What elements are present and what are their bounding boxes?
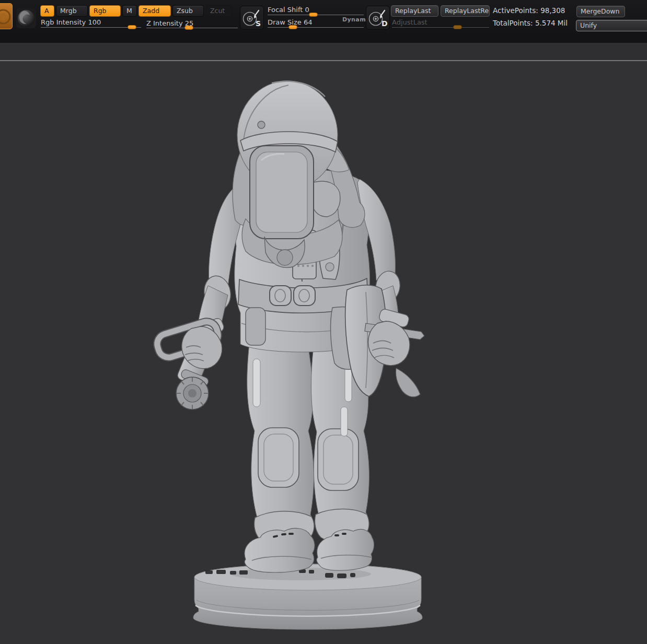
display-base xyxy=(193,564,422,629)
brush-preview-glyph xyxy=(0,4,13,30)
rgb-intensity-label: Rgb Intensity 100 xyxy=(41,18,101,26)
boots xyxy=(245,528,374,572)
left-boot xyxy=(245,528,315,572)
mode-m-button[interactable]: M xyxy=(122,5,137,17)
stroke-picker-button[interactable]: S xyxy=(240,6,264,30)
current-brush-icon[interactable] xyxy=(0,3,13,29)
merge-down-button[interactable]: MergeDown xyxy=(576,6,625,17)
focal-shift-label: Focal Shift 0 xyxy=(268,6,309,14)
zbrush-window: A Mrgb Rgb M Zadd Zsub Zcut Rgb Intensit… xyxy=(0,0,647,644)
top-shelf: A Mrgb Rgb M Zadd Zsub Zcut Rgb Intensit… xyxy=(0,0,647,43)
mode-zsub-button[interactable]: Zsub xyxy=(172,5,204,17)
stroke-brush-icon: S xyxy=(240,6,263,29)
draw-size-slider[interactable] xyxy=(268,27,364,28)
ear-guard xyxy=(311,181,340,217)
active-points-stat: ActivePoints: 98,308 xyxy=(493,6,565,15)
draw-picker-button[interactable]: D xyxy=(366,6,390,30)
focal-shift-handle[interactable] xyxy=(309,13,318,17)
replay-last-button[interactable]: ReplayLast xyxy=(391,5,438,17)
material-sphere-icon xyxy=(16,8,36,28)
rgb-intensity-handle[interactable] xyxy=(128,25,136,29)
sculpt-viewport[interactable] xyxy=(0,62,647,644)
visor-glass xyxy=(256,152,307,232)
focal-shift-slider[interactable] xyxy=(268,15,364,15)
z-intensity-slider[interactable] xyxy=(146,28,238,28)
draw-brush-icon: D xyxy=(366,6,389,29)
adjust-last-handle xyxy=(453,25,462,29)
mode-rgb-button[interactable]: Rgb xyxy=(89,5,121,17)
stroke-sphere-button[interactable] xyxy=(16,8,36,28)
figure-sculpt xyxy=(0,62,647,644)
mode-zcut-button: Zcut xyxy=(206,5,232,17)
adjust-last-label: AdjustLast xyxy=(392,18,428,26)
mask-regulator xyxy=(277,250,293,265)
rgb-intensity-slider[interactable] xyxy=(41,27,141,28)
left-arm xyxy=(155,182,246,409)
hip-strap xyxy=(246,308,265,345)
replay-last-rel-button[interactable]: ReplayLastRel xyxy=(441,5,490,17)
mode-zadd-button[interactable]: Zadd xyxy=(138,5,171,17)
mode-a-button[interactable]: A xyxy=(40,5,54,17)
svg-text:S: S xyxy=(256,19,261,28)
svg-text:D: D xyxy=(382,19,388,28)
adjust-last-slider xyxy=(392,27,489,28)
helmet-vent xyxy=(258,121,265,128)
mode-mrgb-button[interactable]: Mrgb xyxy=(56,5,88,17)
shelf-tray xyxy=(0,43,647,61)
total-points-stat: TotalPoints: 5.574 Mil xyxy=(493,19,568,27)
z-intensity-handle[interactable] xyxy=(184,26,193,30)
draw-size-handle[interactable] xyxy=(288,25,297,29)
unify-button[interactable]: Unify xyxy=(576,20,647,31)
